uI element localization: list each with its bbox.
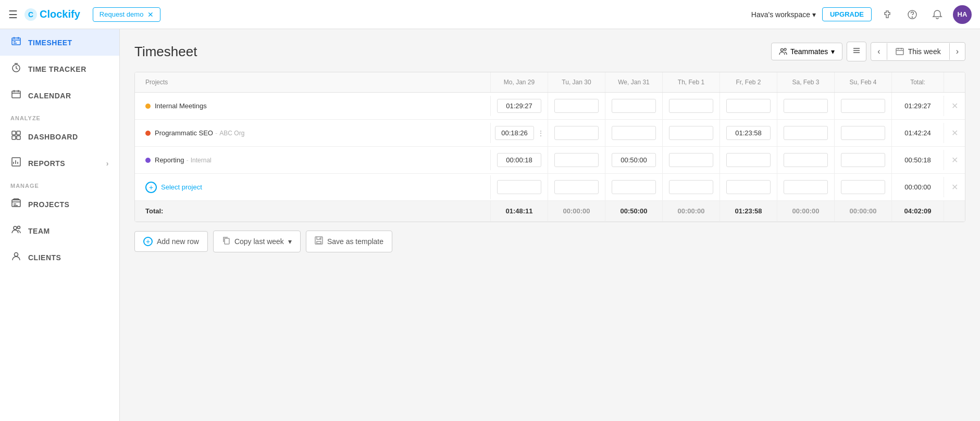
sp-fri-input[interactable]: [726, 180, 771, 194]
close-icon[interactable]: ✕: [147, 10, 154, 19]
row2-wed[interactable]: [605, 120, 663, 146]
row1-thu-input[interactable]: [669, 99, 713, 113]
calendar-icon: [10, 90, 22, 101]
sp-tue[interactable]: [548, 174, 605, 200]
row2-sat-input[interactable]: [784, 126, 828, 140]
notifications-icon[interactable]: [928, 5, 947, 24]
row1-mon[interactable]: [491, 93, 548, 119]
app-logo[interactable]: C Clockify: [24, 8, 80, 21]
more-options-icon[interactable]: ⋮: [535, 129, 547, 137]
sidebar-item-timesheet[interactable]: TIMESHEET: [0, 29, 119, 56]
sidebar-item-team[interactable]: TEAM: [0, 218, 119, 244]
row1-fri-input[interactable]: [726, 99, 771, 113]
row1-remove[interactable]: ✕: [944, 95, 965, 117]
sp-sat[interactable]: [777, 174, 835, 200]
row3-remove[interactable]: ✕: [944, 149, 965, 171]
row1-wed[interactable]: [605, 93, 663, 119]
row1-tue-input[interactable]: [554, 99, 599, 113]
row2-sat[interactable]: [777, 120, 835, 146]
sidebar-item-time-tracker[interactable]: TIME TRACKER: [0, 56, 119, 82]
col-sat: Sa, Feb 3: [777, 72, 835, 92]
next-week-button[interactable]: ›: [950, 43, 965, 60]
row3-mon-input[interactable]: [497, 153, 541, 167]
row2-sun[interactable]: [835, 120, 892, 146]
row3-sun-input[interactable]: [841, 153, 885, 167]
row1-tue[interactable]: [548, 93, 605, 119]
row2-fri[interactable]: [720, 120, 777, 146]
sidebar-item-calendar[interactable]: CALENDAR: [0, 82, 119, 109]
row3-thu[interactable]: [663, 147, 720, 173]
row2-fri-input[interactable]: [726, 126, 771, 140]
row2-remove[interactable]: ✕: [944, 122, 965, 144]
row2-mon-input[interactable]: [495, 126, 534, 140]
row3-wed[interactable]: [605, 147, 663, 173]
row1-sat[interactable]: [777, 93, 835, 119]
row3-fri-input[interactable]: [726, 153, 771, 167]
row2-tue-input[interactable]: [554, 126, 599, 140]
row3-client: Internal: [191, 157, 212, 164]
sp-wed[interactable]: [605, 174, 663, 200]
remove-sp-button[interactable]: ✕: [951, 183, 958, 192]
sp-sun-input[interactable]: [841, 180, 885, 194]
avatar[interactable]: HA: [953, 5, 972, 24]
sp-fri[interactable]: [720, 174, 777, 200]
row3-fri[interactable]: [720, 147, 777, 173]
remove-row3-button[interactable]: ✕: [951, 156, 958, 164]
row3-sat-input[interactable]: [784, 153, 828, 167]
row3-sun[interactable]: [835, 147, 892, 173]
workspace-selector[interactable]: Hava's workspace ▾: [751, 10, 816, 19]
row3-wed-input[interactable]: [612, 153, 656, 167]
row3-tue-input[interactable]: [554, 153, 599, 167]
save-as-template-button[interactable]: Save as template: [306, 231, 392, 252]
sp-tue-input[interactable]: [554, 180, 599, 194]
select-project-cell[interactable]: + Select project: [135, 175, 491, 199]
copy-last-week-button[interactable]: Copy last week ▾: [213, 231, 301, 252]
sp-mon-input[interactable]: [497, 180, 541, 194]
list-view-button[interactable]: [847, 42, 866, 61]
sidebar-item-clients[interactable]: CLIENTS: [0, 244, 119, 271]
row1-project-name: Internal Meetings: [155, 102, 207, 110]
sp-remove[interactable]: ✕: [944, 176, 965, 198]
sp-sat-input[interactable]: [784, 180, 828, 194]
sidebar-item-projects[interactable]: PROJECTS: [0, 191, 119, 218]
row3-tue[interactable]: [548, 147, 605, 173]
sidebar-item-dashboard[interactable]: DASHBOARD: [0, 123, 119, 150]
reports-chevron-icon: ›: [106, 159, 109, 168]
row2-thu[interactable]: [663, 120, 720, 146]
row2-mon[interactable]: ⋮: [491, 120, 548, 146]
teammates-label: Teammates: [790, 47, 828, 56]
row3-sat[interactable]: [777, 147, 835, 173]
row1-sun-input[interactable]: [841, 99, 885, 113]
sp-thu-input[interactable]: [669, 180, 713, 194]
row1-mon-input[interactable]: [497, 99, 541, 113]
teammates-button[interactable]: Teammates ▾: [771, 43, 842, 60]
remove-row2-button[interactable]: ✕: [951, 129, 958, 137]
row3-thu-input[interactable]: [669, 153, 713, 167]
row1-wed-input[interactable]: [612, 99, 656, 113]
row2-tue[interactable]: [548, 120, 605, 146]
row1-fri[interactable]: [720, 93, 777, 119]
select-project-link[interactable]: + Select project: [145, 182, 486, 193]
sp-wed-input[interactable]: [612, 180, 656, 194]
total-thu: 00:00:00: [663, 201, 720, 221]
svg-point-15: [15, 253, 18, 257]
upgrade-button[interactable]: UPGRADE: [822, 7, 872, 21]
row1-thu[interactable]: [663, 93, 720, 119]
sidebar-item-reports[interactable]: REPORTS ›: [0, 150, 119, 176]
sp-mon[interactable]: [491, 174, 548, 200]
row1-sat-input[interactable]: [784, 99, 828, 113]
extensions-icon[interactable]: [878, 5, 897, 24]
row3-mon[interactable]: [491, 147, 548, 173]
add-new-row-button[interactable]: + Add new row: [134, 231, 208, 252]
row2-wed-input[interactable]: [612, 126, 656, 140]
request-demo-button[interactable]: Request demo ✕: [93, 7, 161, 22]
row1-sun[interactable]: [835, 93, 892, 119]
hamburger-icon[interactable]: ☰: [8, 8, 18, 21]
remove-row1-button[interactable]: ✕: [951, 101, 958, 110]
prev-week-button[interactable]: ‹: [871, 43, 886, 60]
sp-sun[interactable]: [835, 174, 892, 200]
row2-thu-input[interactable]: [669, 126, 713, 140]
row2-sun-input[interactable]: [841, 126, 885, 140]
sp-thu[interactable]: [663, 174, 720, 200]
help-icon[interactable]: [903, 5, 922, 24]
